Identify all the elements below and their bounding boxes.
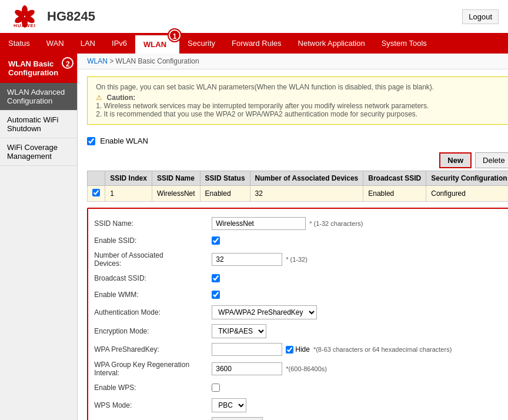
cell-index: 1 (105, 186, 152, 202)
nav-wlan[interactable]: WLAN 1 (135, 34, 179, 54)
hide-label: Hide (295, 345, 310, 354)
huawei-logo: HUAWEI (9, 5, 40, 28)
regen-input[interactable] (212, 362, 282, 375)
col-associated: Number of Associated Devices (250, 171, 363, 186)
col-security: Security Configuration (426, 171, 508, 186)
nav-wlan-badge: 1 (169, 29, 181, 41)
form-row-auth: Authentication Mode: WPA/WPA2 PreSharedK… (94, 303, 505, 322)
cell-status: Enabled (200, 186, 250, 202)
nav-status[interactable]: Status (0, 34, 38, 54)
sidebar: WLAN Basic Configuration 2 WLAN Advanced… (0, 54, 78, 420)
sidebar-item-wlan-basic[interactable]: WLAN Basic Configuration 2 (0, 54, 77, 83)
wps-label: Enable WPS: (94, 384, 212, 392)
svg-text:HUAWEI: HUAWEI (14, 23, 36, 28)
form-row-pbc: PBC: Start WPS (94, 415, 505, 420)
cell-broadcast: Enabled (363, 186, 426, 202)
enable-wlan-row: Enable WLAN (78, 132, 508, 150)
cell-security: Configured (426, 186, 508, 202)
enable-wlan-label: Enable WLAN (100, 136, 148, 145)
assoc-input[interactable] (212, 253, 282, 266)
breadcrumb-current: WLAN Basic Configuration (116, 57, 199, 65)
wps-checkbox[interactable] (212, 384, 220, 392)
col-checkbox (88, 171, 105, 186)
ssid-name-hint: * (1-32 characters) (309, 220, 363, 227)
assoc-hint: * (1-32) (286, 256, 308, 263)
header: HUAWEI HG8245 Logout (0, 0, 508, 34)
col-broadcast: Broadcast SSID (363, 171, 426, 186)
logout-button[interactable]: Logout (462, 9, 499, 24)
form-row-wpa: WPA PreSharedKey: Hide *(8-63 characters… (94, 341, 505, 358)
nav-security[interactable]: Security (179, 34, 223, 54)
info-box: On this page, you can set basic WLAN par… (87, 76, 508, 125)
info-main: On this page, you can set basic WLAN par… (96, 83, 503, 91)
nav-ipv6[interactable]: IPv6 (103, 34, 135, 54)
form-row-broadcast: Broadcast SSID: (94, 270, 505, 286)
col-ssid-index: SSID Index (105, 171, 152, 186)
wpa-hint: *(8-63 characters or 64 hexadecimal char… (313, 346, 452, 353)
form-row-ssid-name: SSID Name: * (1-32 characters) (94, 215, 505, 232)
wps-mode-label: WPS Mode: (94, 401, 212, 409)
sidebar-item-wifi-shutdown[interactable]: Automatic WiFi Shutdown (0, 111, 77, 138)
new-button[interactable]: New (439, 152, 472, 168)
broadcast-checkbox[interactable] (212, 274, 220, 282)
breadcrumb: WLAN > WLAN Basic Configuration (78, 54, 508, 69)
cell-associated: 32 (250, 186, 363, 202)
warning-icon: ⚠ (96, 94, 102, 102)
ssid-table: SSID Index SSID Name SSID Status Number … (87, 171, 508, 202)
enable-ssid-checkbox[interactable] (212, 236, 220, 245)
nav-lan[interactable]: LAN (72, 34, 103, 54)
auth-select[interactable]: WPA/WPA2 PreSharedKey WPA2 PreSharedKey … (212, 305, 317, 319)
info-line-1: 1. Wireless network services may be inte… (96, 102, 503, 110)
wmm-checkbox[interactable] (212, 291, 220, 299)
form-row-wps: Enable WPS: (94, 379, 505, 396)
form-row-regen: WPA Group Key Regeneration Interval: *(6… (94, 358, 505, 379)
enable-wlan-checkbox[interactable] (87, 137, 95, 145)
broadcast-label: Broadcast SSID: (94, 274, 212, 282)
nav-wan[interactable]: WAN (38, 34, 72, 54)
table-actions: New Delete (78, 150, 508, 171)
delete-button[interactable]: Delete (475, 152, 508, 168)
form-row-enc: Encryption Mode: TKIP&AES TKIP AES (94, 322, 505, 341)
row-checkbox[interactable] (92, 189, 100, 196)
sidebar-item-wlan-advanced[interactable]: WLAN Advanced Configuration (0, 83, 77, 111)
wmm-label: Enable WMM: (94, 291, 212, 299)
model-name: HG8245 (47, 9, 95, 24)
enable-ssid-label: Enable SSID: (94, 236, 212, 245)
wpa-label: WPA PreSharedKey: (94, 345, 212, 354)
table-row[interactable]: 1 WirelessNet Enabled 32 Enabled Configu… (88, 186, 508, 202)
sidebar-badge-2: 2 (62, 57, 73, 69)
hide-checkbox[interactable] (286, 346, 293, 354)
info-line-2: 2. It is recommended that you use the WP… (96, 110, 503, 118)
form-row-enable-ssid: Enable SSID: (94, 232, 505, 249)
cell-name: WirelessNet (152, 186, 200, 202)
nav-forward-rules[interactable]: Forward Rules (223, 34, 290, 54)
ssid-name-input[interactable] (212, 217, 306, 230)
col-ssid-status: SSID Status (200, 171, 250, 186)
breadcrumb-wlan-link[interactable]: WLAN (87, 57, 108, 65)
col-ssid-name: SSID Name (152, 171, 200, 186)
main-container: WLAN Basic Configuration 2 WLAN Advanced… (0, 54, 508, 420)
enc-select[interactable]: TKIP&AES TKIP AES (212, 324, 266, 338)
enc-label: Encryption Mode: (94, 327, 212, 335)
nav-system-tools[interactable]: System Tools (373, 34, 435, 54)
auth-label: Authentication Mode: (94, 308, 212, 316)
start-wps-button[interactable]: Start WPS (212, 417, 263, 420)
assoc-label: Number of Associated Devices: (94, 251, 212, 268)
ssid-name-label: SSID Name: (94, 219, 212, 228)
sidebar-item-wifi-coverage[interactable]: WiFi Coverage Management (0, 138, 77, 166)
form-row-wmm: Enable WMM: (94, 286, 505, 303)
detail-form: SSID Name: * (1-32 characters) Enable SS… (87, 208, 508, 420)
wps-mode-select[interactable]: PBC PIN (212, 398, 246, 412)
navbar: Status WAN LAN IPv6 WLAN 1 Security Forw… (0, 34, 508, 54)
regen-hint: *(600-86400s) (286, 365, 327, 372)
form-row-assoc: Number of Associated Devices: * (1-32) (94, 249, 505, 270)
wpa-input[interactable] (212, 343, 282, 356)
caution-title: Caution: (107, 94, 136, 102)
form-row-wps-mode: WPS Mode: PBC PIN (94, 396, 505, 415)
content-area: WLAN > WLAN Basic Configuration On this … (78, 54, 508, 420)
hide-label-wrapper: Hide (286, 345, 310, 354)
nav-network-app[interactable]: Network Application (290, 34, 373, 54)
regen-label: WPA Group Key Regeneration Interval: (94, 361, 212, 377)
